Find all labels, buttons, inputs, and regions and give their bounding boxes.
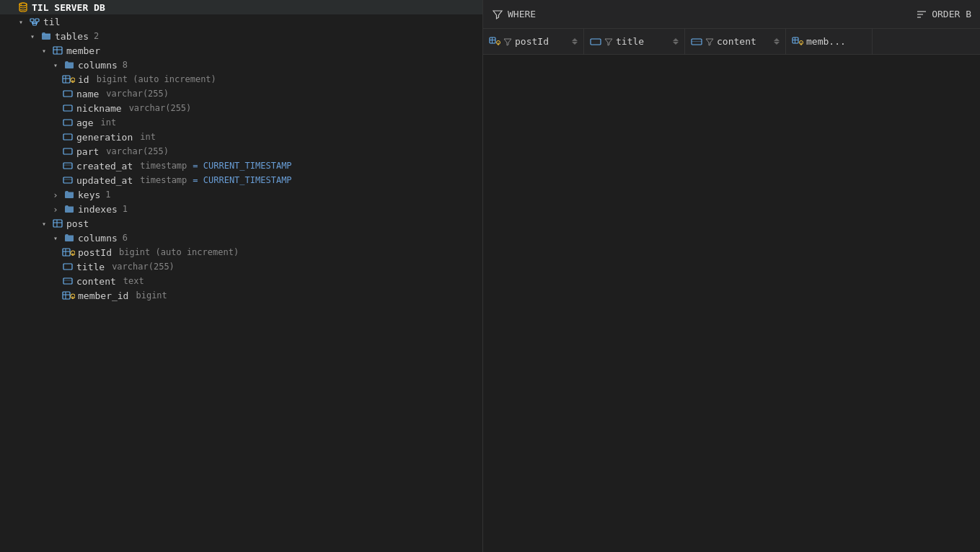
col-header-memberid[interactable]: memb...	[786, 29, 873, 54]
tables-group[interactable]: tables 2	[0, 29, 482, 43]
member-indexes-chevron	[50, 204, 61, 214]
post-columns-label: columns	[78, 233, 118, 244]
col-header-postid-sort[interactable]	[572, 38, 578, 45]
col-generation[interactable]: generation int	[0, 130, 482, 144]
pk-header-icon-postid	[489, 37, 500, 47]
col-icon-age	[62, 117, 74, 128]
col-content-type: text	[123, 276, 144, 286]
col-id[interactable]: id bigint (auto increment)	[0, 72, 482, 86]
col-created-at-default: = CURRENT_TIMESTAMP	[193, 161, 291, 171]
col-header-postid[interactable]: postId	[483, 29, 584, 54]
col-icon-created-at	[62, 160, 74, 172]
col-part-type: varchar(255)	[106, 146, 169, 156]
col-title-type: varchar(255)	[112, 262, 175, 272]
post-label: post	[66, 218, 89, 229]
pk-icon-member-id	[62, 290, 75, 301]
pk-header-icon-memberid	[792, 37, 803, 47]
col-header-content-sort[interactable]	[774, 38, 780, 45]
col-icon-name	[62, 88, 74, 99]
filter-icon	[492, 9, 503, 20]
db-root[interactable]: TIL SERVER DB	[0, 0, 482, 14]
member-columns-chevron	[50, 60, 61, 70]
table-member[interactable]: member	[0, 43, 482, 58]
col-icon-content	[62, 275, 74, 287]
order-icon	[916, 9, 927, 20]
col-content-name: content	[76, 276, 116, 287]
query-toolbar: WHERE ORDER B	[483, 0, 980, 29]
folder-icon	[40, 30, 52, 42]
col-created-at-type: timestamp	[140, 161, 187, 171]
member-label: member	[66, 45, 100, 56]
member-keys-chevron	[50, 190, 61, 200]
member-keys-count: 1	[105, 190, 110, 200]
col-icon-generation	[62, 131, 74, 143]
svg-rect-36	[63, 264, 72, 270]
col-updated-at[interactable]: updated_at timestamp = CURRENT_TIMESTAMP	[0, 173, 482, 187]
col-member-id[interactable]: member_id bigint	[0, 288, 482, 303]
col-updated-at-default: = CURRENT_TIMESTAMP	[193, 175, 291, 185]
svg-rect-54	[692, 39, 702, 45]
post-chevron	[39, 218, 49, 228]
col-content[interactable]: content text	[0, 274, 482, 288]
svg-rect-2	[30, 19, 34, 22]
col-header-icon-title	[590, 37, 601, 47]
order-label: ORDER B	[932, 9, 971, 19]
col-name-type: varchar(255)	[106, 89, 169, 99]
col-name-name: name	[76, 89, 99, 99]
post-columns-count: 6	[123, 233, 128, 243]
svg-rect-25	[63, 177, 72, 183]
schema-icon	[29, 16, 40, 27]
pk-icon-id	[62, 74, 75, 85]
svg-rect-9	[53, 47, 62, 54]
col-title-name: title	[76, 262, 105, 272]
col-icon-title	[62, 261, 74, 272]
col-member-id-type: bigint	[136, 290, 167, 301]
col-nickname[interactable]: nickname varchar(255)	[0, 101, 482, 115]
col-updated-at-name: updated_at	[76, 175, 133, 186]
folder-icon-columns	[63, 59, 75, 71]
post-columns-group[interactable]: columns 6	[0, 231, 482, 245]
db-label: TIL SERVER DB	[32, 2, 105, 13]
post-columns-chevron	[50, 233, 61, 243]
filter-header-icon-content	[705, 37, 714, 46]
svg-rect-22	[63, 148, 72, 154]
svg-rect-12	[63, 76, 70, 83]
member-indexes-label: indexes	[78, 204, 118, 215]
col-postid[interactable]: postId bigint (auto increment)	[0, 245, 482, 259]
svg-rect-23	[63, 163, 72, 169]
member-chevron	[39, 45, 49, 55]
col-header-postid-label: postId	[515, 36, 549, 47]
table-icon-post	[52, 218, 63, 229]
col-header-content[interactable]: content	[685, 29, 786, 54]
schema-chevron	[16, 17, 26, 27]
col-age[interactable]: age int	[0, 115, 482, 130]
svg-rect-27	[53, 220, 62, 227]
svg-rect-37	[63, 278, 72, 284]
col-header-title[interactable]: title	[584, 29, 685, 54]
svg-rect-19	[63, 105, 72, 111]
member-keys-group[interactable]: keys 1	[0, 187, 482, 202]
member-indexes-group[interactable]: indexes 1	[0, 202, 482, 216]
member-columns-group[interactable]: columns 8	[0, 58, 482, 72]
col-name[interactable]: name varchar(255)	[0, 86, 482, 101]
col-icon-part	[62, 146, 74, 157]
filter-header-icon-postid	[503, 37, 512, 46]
svg-rect-56	[793, 37, 798, 43]
folder-icon-indexes	[63, 203, 75, 215]
svg-line-1	[21, 4, 22, 5]
col-title[interactable]: title varchar(255)	[0, 259, 482, 274]
col-part[interactable]: part varchar(255)	[0, 144, 482, 159]
member-keys-label: keys	[78, 190, 100, 200]
pk-icon-postid	[62, 246, 75, 258]
table-post[interactable]: post	[0, 216, 482, 231]
col-created-at[interactable]: created_at timestamp = CURRENT_TIMESTAMP	[0, 159, 482, 173]
col-postid-name: postId	[78, 247, 112, 258]
schema-til[interactable]: til	[0, 14, 482, 29]
col-created-at-name: created_at	[76, 161, 133, 172]
svg-rect-53	[591, 39, 601, 45]
col-member-id-name: member_id	[78, 290, 128, 301]
folder-icon-post-columns	[63, 232, 75, 244]
svg-rect-20	[63, 120, 72, 125]
col-generation-name: generation	[76, 132, 133, 143]
col-header-title-sort[interactable]	[673, 38, 679, 45]
